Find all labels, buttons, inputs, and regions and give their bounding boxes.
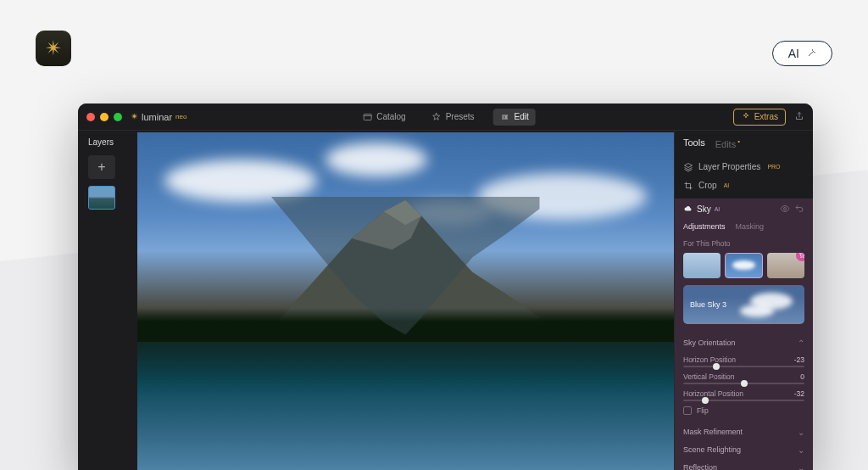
horizontal-position-value: -32 (794, 389, 804, 398)
titlebar-tabs: Catalog Presets Edit (355, 109, 536, 126)
window-close-button[interactable] (86, 113, 95, 121)
sky-section: Sky AI Adjustments Masking For This Phot… (675, 199, 813, 470)
edit-icon (500, 112, 510, 122)
svg-point-6 (784, 207, 787, 210)
for-this-photo-label: For This Photo (683, 239, 804, 248)
svg-rect-0 (364, 114, 371, 120)
reflection-header[interactable]: Reflection ⌄ (683, 459, 804, 470)
chevron-down-icon: ⌄ (798, 428, 804, 437)
share-button[interactable] (794, 109, 804, 125)
chevron-up-icon: ⌃ (798, 339, 804, 348)
cloud-icon (683, 204, 693, 215)
vertical-position-slider[interactable] (683, 383, 804, 384)
svg-marker-5 (271, 197, 539, 334)
reset-button[interactable] (794, 204, 804, 215)
traffic-lights (86, 113, 122, 121)
chevron-down-icon: ⌄ (798, 445, 804, 455)
photo-canvas[interactable] (137, 132, 674, 470)
canvas-area (137, 131, 674, 470)
tool-crop[interactable]: Crop AI (683, 176, 804, 195)
ai-pill-label: AI (788, 47, 799, 60)
layers-panel: Layers + (78, 131, 137, 470)
horizontal-position-label: Horizontal Position (683, 389, 743, 398)
ai-badge-pill: AI (772, 41, 832, 66)
presets-icon (431, 112, 442, 122)
layer-thumbnail[interactable] (88, 186, 115, 210)
extras-icon (741, 112, 751, 122)
sky-preset-thumb-2[interactable] (725, 253, 764, 278)
add-layer-button[interactable]: + (88, 155, 115, 179)
scene-relighting-header[interactable]: Scene Relighting ⌄ (683, 441, 804, 459)
vertical-position-value: 0 (800, 372, 804, 381)
window-minimize-button[interactable] (100, 113, 108, 121)
sky-preset-thumb-3[interactable] (767, 253, 804, 278)
eye-icon (780, 204, 790, 214)
horizon-position-slider[interactable] (683, 366, 804, 367)
tab-catalog[interactable]: Catalog (355, 109, 412, 126)
selected-sky-preview[interactable]: Blue Sky 3 (683, 285, 804, 324)
app-logo-icon: ✴ (36, 31, 71, 66)
tab-edit[interactable]: Edit (493, 109, 536, 126)
star-icon: ✴ (45, 36, 62, 60)
sky-subtab-adjustments[interactable]: Adjustments (683, 222, 726, 231)
horizontal-position-slider[interactable] (683, 400, 804, 401)
app-window: ✴ luminar neo Catalog Presets Edit Extra… (78, 104, 813, 470)
mask-refinement-header[interactable]: Mask Refinement ⌄ (683, 423, 804, 441)
svg-point-1 (505, 116, 507, 118)
window-maximize-button[interactable] (114, 113, 122, 121)
undo-icon (794, 204, 804, 214)
flip-checkbox[interactable] (683, 406, 692, 415)
horizon-position-value: -23 (794, 355, 804, 364)
layers-title: Layers (88, 137, 127, 147)
extras-button[interactable]: Extras (733, 109, 786, 126)
tools-tab-tools[interactable]: Tools (683, 137, 705, 149)
sky-subtab-masking[interactable]: Masking (736, 222, 765, 231)
star-icon: ✴ (131, 111, 138, 122)
horizon-position-label: Horizon Position (683, 355, 736, 364)
titlebar: ✴ luminar neo Catalog Presets Edit Extra… (78, 104, 813, 131)
crop-icon (683, 181, 693, 191)
sky-preset-thumb-1[interactable] (683, 253, 721, 278)
visibility-toggle-button[interactable] (780, 204, 790, 215)
app-title: ✴ luminar neo (131, 111, 186, 122)
sky-tool-header[interactable]: Sky AI (683, 204, 776, 215)
chevron-down-icon: ⌄ (798, 463, 804, 470)
sky-orientation-header[interactable]: Sky Orientation ⌃ (683, 334, 804, 352)
flip-checkbox-row[interactable]: Flip (683, 406, 804, 415)
wand-icon (806, 48, 816, 59)
tools-tab-edits[interactable]: Edits• (715, 137, 740, 149)
tab-presets[interactable]: Presets (425, 109, 481, 126)
selected-sky-label: Blue Sky 3 (690, 300, 726, 309)
tools-panel: Tools Edits• Layer Properties PRO Crop A… (674, 131, 813, 470)
cart-badge-icon (796, 253, 804, 261)
catalog-icon (362, 112, 372, 122)
layers-icon (683, 162, 693, 172)
tool-layer-properties[interactable]: Layer Properties PRO (683, 158, 804, 176)
vertical-position-label: Vertical Position (683, 372, 734, 381)
